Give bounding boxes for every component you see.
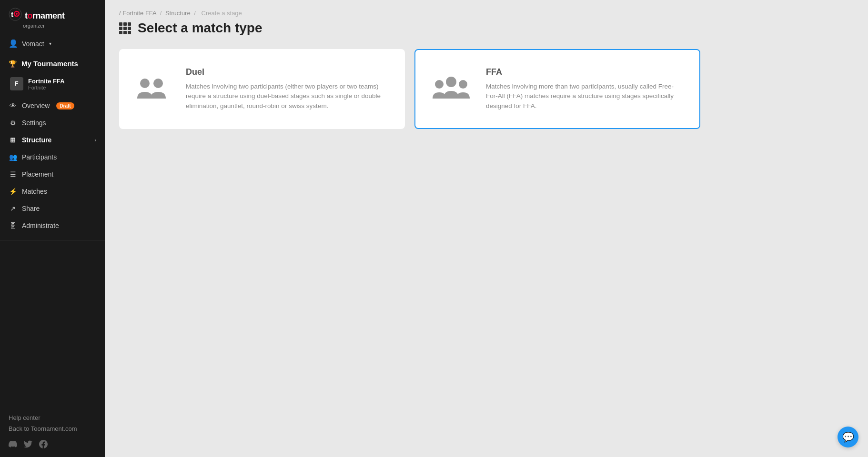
chevron-right-icon: › bbox=[94, 137, 96, 143]
help-center-link[interactable]: Help center bbox=[9, 412, 96, 423]
page-header: Select a match type bbox=[119, 20, 854, 36]
social-links bbox=[9, 440, 96, 450]
sidebar-bottom: Help center Back to Toornament.com bbox=[0, 407, 105, 457]
sidebar-nav: 👁 Overview Draft ⚙ Settings ⊞ Structure … bbox=[0, 97, 105, 234]
back-link[interactable]: Back to Toornament.com bbox=[9, 423, 96, 434]
user-menu[interactable]: 👤 Vomact ▾ bbox=[0, 34, 105, 53]
main-content: / Fortnite FFA / Structure / Create a st… bbox=[105, 0, 868, 457]
duel-card-content: Duel Matches involving two participants … bbox=[186, 67, 390, 111]
my-tournaments-label: My Tournaments bbox=[21, 60, 78, 68]
participants-label: Participants bbox=[22, 153, 57, 161]
svg-point-3 bbox=[16, 13, 18, 15]
draft-badge: Draft bbox=[56, 102, 74, 109]
tournament-item[interactable]: F Fortnite FFA Fortnite bbox=[0, 72, 105, 95]
chat-bubble-button[interactable]: 💬 bbox=[838, 427, 858, 447]
svg-point-4 bbox=[140, 79, 150, 88]
sidebar: t tornament organizer 👤 Vomact ▾ 🏆 My To… bbox=[0, 0, 105, 457]
duel-title: Duel bbox=[186, 67, 390, 77]
sidebar-item-structure[interactable]: ⊞ Structure › bbox=[0, 131, 105, 149]
sidebar-item-overview[interactable]: 👁 Overview Draft bbox=[0, 97, 105, 114]
svg-point-5 bbox=[153, 79, 163, 88]
participants-icon: 👥 bbox=[9, 153, 17, 161]
placement-label: Placement bbox=[22, 170, 53, 178]
matches-label: Matches bbox=[22, 188, 47, 195]
structure-label: Structure bbox=[22, 136, 51, 144]
match-type-cards: Duel Matches involving two participants … bbox=[119, 49, 854, 129]
user-name: Vomact bbox=[22, 40, 44, 48]
logo-subtitle: organizer bbox=[23, 23, 45, 29]
breadcrumb-fortnite-ffa[interactable]: Fortnite FFA bbox=[122, 10, 156, 17]
logo-area: t tornament organizer bbox=[0, 0, 105, 34]
twitter-icon[interactable] bbox=[24, 440, 32, 450]
overview-icon: 👁 bbox=[9, 102, 17, 109]
settings-label: Settings bbox=[22, 119, 46, 127]
share-icon: ↗ bbox=[9, 205, 17, 212]
breadcrumb: / Fortnite FFA / Structure / Create a st… bbox=[119, 10, 854, 17]
discord-icon[interactable] bbox=[9, 440, 17, 450]
duel-icon bbox=[134, 75, 172, 103]
tournament-info: Fortnite FFA Fortnite bbox=[28, 78, 65, 90]
breadcrumb-sep1: / bbox=[160, 10, 162, 17]
breadcrumb-sep2: / bbox=[194, 10, 196, 17]
sidebar-item-matches[interactable]: ⚡ Matches bbox=[0, 183, 105, 200]
svg-point-8 bbox=[459, 80, 467, 89]
share-label: Share bbox=[22, 205, 40, 212]
svg-point-7 bbox=[446, 77, 456, 87]
matches-icon: ⚡ bbox=[9, 188, 17, 195]
ffa-description: Matches involving more than two particip… bbox=[486, 82, 685, 111]
ffa-title: FFA bbox=[486, 67, 685, 77]
facebook-icon[interactable] bbox=[39, 440, 48, 450]
sidebar-item-placement[interactable]: ☰ Placement bbox=[0, 166, 105, 183]
user-icon: 👤 bbox=[9, 39, 18, 48]
duel-card[interactable]: Duel Matches involving two participants … bbox=[119, 49, 405, 129]
placement-icon: ☰ bbox=[9, 170, 17, 178]
page-title: Select a match type bbox=[138, 20, 262, 36]
ffa-card-content: FFA Matches involving more than two part… bbox=[486, 67, 685, 111]
tournament-thumb: F bbox=[10, 77, 23, 90]
chat-icon: 💬 bbox=[842, 431, 854, 443]
trophy-icon: 🏆 bbox=[9, 60, 17, 68]
tournament-game: Fortnite bbox=[28, 85, 65, 90]
administrate-icon: 🗄 bbox=[9, 222, 17, 229]
tournament-name: Fortnite FFA bbox=[28, 78, 65, 85]
duel-description: Matches involving two participants (eith… bbox=[186, 82, 390, 111]
grid-icon bbox=[119, 22, 131, 34]
sidebar-item-settings[interactable]: ⚙ Settings bbox=[0, 114, 105, 131]
sidebar-item-share[interactable]: ↗ Share bbox=[0, 200, 105, 217]
ffa-card[interactable]: FFA Matches involving more than two part… bbox=[414, 49, 700, 129]
breadcrumb-create-stage: Create a stage bbox=[202, 10, 242, 17]
logo-icon: t bbox=[9, 8, 22, 24]
svg-point-6 bbox=[435, 80, 444, 89]
sidebar-item-administrate[interactable]: 🗄 Administrate bbox=[0, 217, 105, 234]
my-tournaments-nav[interactable]: 🏆 My Tournaments bbox=[0, 53, 105, 72]
sidebar-divider bbox=[0, 240, 105, 240]
breadcrumb-structure[interactable]: Structure bbox=[165, 10, 191, 17]
administrate-label: Administrate bbox=[22, 222, 59, 229]
overview-label: Overview bbox=[22, 102, 50, 109]
chevron-down-icon: ▾ bbox=[49, 41, 51, 46]
structure-icon: ⊞ bbox=[9, 136, 17, 144]
ffa-icon bbox=[430, 75, 473, 103]
settings-icon: ⚙ bbox=[9, 119, 17, 127]
sidebar-item-participants[interactable]: 👥 Participants bbox=[0, 149, 105, 166]
logo-brand-text: tornament bbox=[25, 11, 65, 21]
